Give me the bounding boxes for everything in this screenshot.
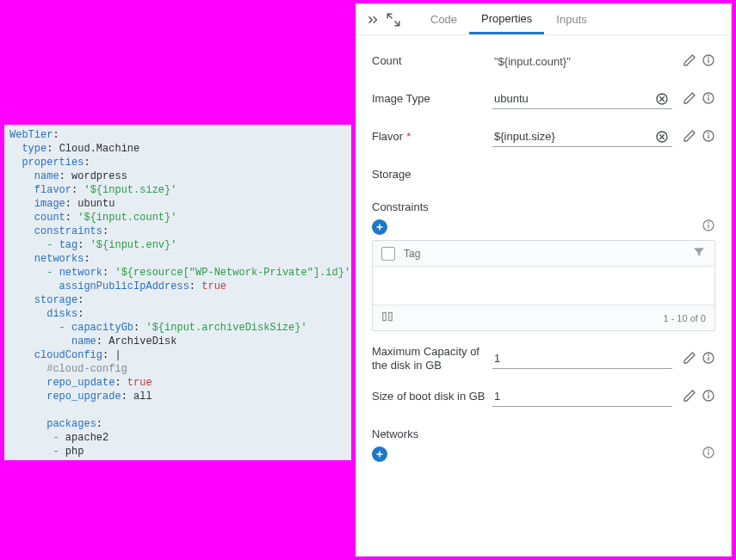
flavor-field[interactable] <box>492 126 672 147</box>
filter-icon[interactable] <box>692 245 706 262</box>
value-count: "${input.count}" <box>492 52 572 71</box>
svg-rect-22 <box>383 312 387 320</box>
svg-point-4 <box>708 57 709 58</box>
yaml-code-editor[interactable]: WebTier: type: Cloud.Machine properties:… <box>4 125 351 460</box>
table-pager: 1 - 10 of 0 <box>663 313 706 323</box>
clear-icon[interactable] <box>655 130 669 144</box>
svg-rect-23 <box>389 312 393 320</box>
label-image-type: Image Type <box>372 92 492 106</box>
svg-line-0 <box>387 14 392 18</box>
svg-point-10 <box>708 95 709 95</box>
th-tag[interactable]: Tag <box>404 248 692 260</box>
edit-icon[interactable] <box>683 129 696 145</box>
expand-diagonal-icon[interactable] <box>386 12 401 28</box>
boot-disk-field[interactable] <box>492 386 672 407</box>
label-storage: Storage <box>372 168 492 182</box>
svg-point-21 <box>708 222 709 223</box>
edit-icon[interactable] <box>683 91 696 108</box>
tab-code[interactable]: Code <box>418 4 469 34</box>
row-flavor: Flavor* <box>372 120 715 154</box>
tab-inputs[interactable]: Inputs <box>544 4 598 34</box>
label-boot-disk: Size of boot disk in GB <box>372 390 492 403</box>
clear-icon[interactable] <box>655 92 669 106</box>
column-toggle-icon[interactable] <box>381 311 393 325</box>
info-icon[interactable] <box>702 218 715 235</box>
svg-point-16 <box>708 132 709 133</box>
tab-properties[interactable]: Properties <box>469 4 544 34</box>
info-icon[interactable] <box>702 129 715 145</box>
row-image-type: Image Type <box>372 82 715 116</box>
info-icon[interactable] <box>702 389 715 405</box>
svg-line-1 <box>395 21 399 25</box>
label-networks: Networks <box>372 428 715 440</box>
info-icon[interactable] <box>702 446 715 462</box>
svg-point-26 <box>708 354 709 355</box>
properties-header: Code Properties Inputs <box>356 4 731 35</box>
info-icon[interactable] <box>702 91 715 108</box>
add-network-button[interactable] <box>372 446 387 462</box>
select-all-checkbox[interactable] <box>381 247 395 261</box>
add-constraint-button[interactable] <box>372 219 387 235</box>
row-boot-disk: Size of boot disk in GB <box>372 379 715 414</box>
image-type-field[interactable] <box>492 89 672 109</box>
constraints-table-body <box>373 267 714 305</box>
edit-icon[interactable] <box>683 53 696 70</box>
svg-point-34 <box>708 449 709 450</box>
info-icon[interactable] <box>702 53 715 70</box>
svg-point-29 <box>708 392 709 393</box>
info-icon[interactable] <box>702 351 715 367</box>
label-constraints: Constraints <box>372 200 715 213</box>
label-count: Count <box>372 54 492 68</box>
row-storage: Storage <box>372 157 715 192</box>
label-flavor: Flavor* <box>372 130 492 144</box>
edit-icon[interactable] <box>683 389 696 405</box>
constraints-table: Tag 1 - 10 of 0 <box>372 240 715 331</box>
row-max-capacity: Maximum Capacity of the disk in GB <box>372 342 715 376</box>
label-max-capacity: Maximum Capacity of the disk in GB <box>372 345 492 373</box>
properties-panel: Code Properties Inputs Count "${input.co… <box>356 3 732 557</box>
edit-icon[interactable] <box>683 351 696 367</box>
max-capacity-field[interactable] <box>492 348 672 369</box>
collapse-icon[interactable] <box>365 12 380 28</box>
row-count: Count "${input.count}" <box>372 44 715 78</box>
